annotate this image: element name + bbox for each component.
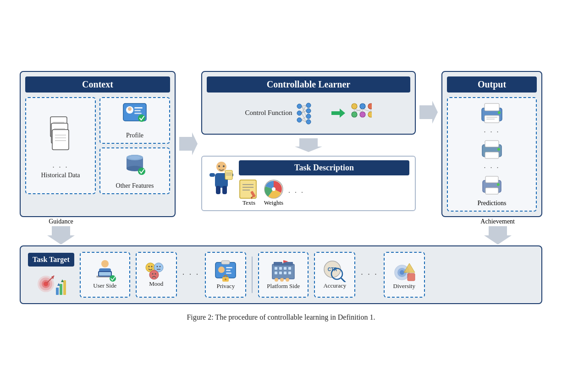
svg-point-137: [286, 278, 289, 282]
svg-point-24: [138, 168, 145, 175]
profile-box: Profile: [99, 97, 170, 144]
user-side-label: User Side: [93, 282, 116, 289]
svg-rect-86: [485, 176, 498, 183]
svg-point-102: [101, 260, 109, 267]
accuracy-label: Accuracy: [323, 282, 346, 289]
guidance-achievement-row: Guidance Achievement: [20, 217, 542, 245]
svg-rect-99: [63, 280, 66, 295]
svg-marker-74: [419, 101, 438, 124]
task-desc-items: Texts: [239, 179, 409, 207]
svg-rect-129: [284, 267, 287, 270]
task-target-icon: [35, 269, 67, 297]
svg-point-125: [225, 278, 226, 280]
svg-point-23: [129, 156, 140, 159]
privacy-label: Privacy: [216, 283, 235, 290]
other-features-box: Other Features: [99, 147, 170, 194]
mood-label: Mood: [149, 280, 163, 288]
svg-marker-89: [47, 226, 75, 245]
svg-point-42: [352, 103, 357, 109]
historical-data-box: · · · Historical Data: [25, 97, 96, 194]
printer-icon-1: [478, 102, 506, 125]
svg-line-34: [302, 106, 306, 111]
svg-point-29: [306, 103, 311, 108]
svg-point-26: [297, 104, 302, 109]
down-to-task-arrow: [295, 138, 322, 152]
top-section: Context: [20, 71, 542, 217]
texts-icon: [239, 179, 259, 199]
guidance-arrow: [47, 226, 75, 245]
svg-point-62: [223, 165, 225, 167]
svg-point-136: [280, 278, 284, 282]
weights-item: Weights: [264, 179, 284, 207]
predictions-box: · · · · · · Predictions: [447, 97, 537, 212]
output-title: Output: [447, 76, 537, 93]
svg-rect-132: [279, 272, 282, 274]
svg-rect-76: [485, 103, 499, 111]
learner-title: Controllable Learner: [207, 76, 410, 93]
bottom-dots-2: · · ·: [361, 270, 378, 279]
user-side-icon: [93, 260, 117, 282]
svg-marker-90: [484, 226, 512, 245]
weights-label: Weights: [264, 199, 283, 207]
svg-rect-106: [99, 272, 111, 276]
svg-rect-16: [134, 110, 141, 111]
task-desc-title: Task Description: [239, 160, 409, 175]
svg-rect-98: [60, 284, 62, 295]
svg-rect-134: [288, 272, 291, 274]
profile-label: Profile: [126, 132, 143, 139]
svg-line-33: [302, 105, 306, 106]
svg-point-47: [368, 112, 372, 117]
svg-point-43: [360, 103, 365, 109]
svg-rect-139: [282, 260, 283, 263]
svg-line-144: [342, 278, 345, 282]
svg-point-73: [272, 187, 275, 191]
svg-marker-25: [179, 132, 198, 155]
task-desc-dots: · · ·: [288, 189, 304, 197]
svg-rect-97: [56, 288, 59, 295]
control-function-row: Control Function: [207, 97, 410, 129]
printer-icon-3: [480, 175, 503, 197]
svg-rect-133: [284, 272, 287, 274]
svg-point-115: [149, 270, 159, 279]
figure-caption: Figure 2: The procedure of controllable …: [20, 313, 542, 321]
weights-icon: [264, 179, 284, 199]
svg-rect-128: [279, 267, 282, 270]
svg-point-44: [368, 103, 372, 109]
svg-rect-17: [134, 113, 142, 114]
svg-point-109: [148, 266, 149, 267]
middle-col: Controllable Learner Control Function: [201, 71, 416, 217]
predictions-label: Predictions: [478, 200, 507, 207]
svg-point-88: [497, 183, 500, 186]
svg-point-45: [352, 112, 357, 117]
svg-rect-82: [485, 141, 499, 147]
diversity-icon: [392, 260, 417, 283]
accuracy-icon: CTR: [322, 260, 347, 282]
svg-point-84: [497, 148, 500, 151]
task-target-badge: Task Target: [28, 253, 74, 267]
predictions-dots: · · ·: [484, 128, 500, 136]
control-function-label: Control Function: [245, 109, 292, 117]
svg-point-31: [306, 114, 311, 119]
guidance-label: Guidance: [49, 218, 73, 225]
other-features-label: Other Features: [116, 182, 154, 190]
svg-point-61: [218, 165, 220, 167]
diversity-label: Diversity: [393, 283, 415, 290]
svg-rect-127: [275, 267, 277, 270]
texts-label: Texts: [242, 199, 255, 207]
svg-point-120: [218, 267, 225, 273]
svg-point-112: [156, 266, 158, 267]
context-to-learner-arrow: [179, 71, 198, 217]
diversity-box: Diversity: [384, 252, 425, 298]
svg-rect-149: [408, 273, 415, 281]
documents-icon: [47, 112, 74, 162]
historical-data-label: Historical Data: [41, 172, 80, 179]
predictions-dots2: · · ·: [484, 164, 500, 172]
svg-point-116: [152, 273, 153, 274]
svg-rect-15: [134, 107, 143, 109]
svg-line-39: [302, 116, 306, 120]
down-arrow-container: [201, 138, 416, 152]
historical-dots: · · ·: [53, 163, 69, 172]
achievement-arrow: [484, 226, 512, 245]
svg-rect-59: [216, 186, 220, 194]
mood-icon: [145, 262, 168, 280]
